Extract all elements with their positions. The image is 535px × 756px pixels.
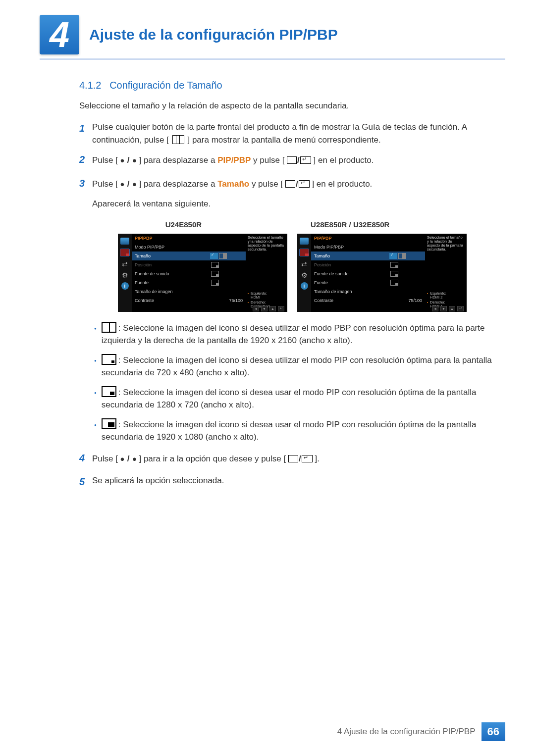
help-left-sub: HDMI [251,295,260,300]
nav-down-icon: ▼ [440,306,447,311]
slash-icon: / [127,155,130,165]
osd-row-position: Posición [311,260,425,269]
pip-small-icon [102,354,116,365]
osd-left: ⇄ ⚙ i PIP/PBP Modo PIP/PBP Tamaño Posici… [118,234,287,312]
label: Tamaño de imagen [314,289,389,294]
dot-up-icon: • [120,154,124,167]
page-footer: 4 Ajuste de la configuración PIP/PBP 66 [337,722,505,741]
osd-nav-icons: ◄ ▼ ▲ ↵ [432,306,464,311]
osd-row-imgsize: Tamaño de imagen [311,287,425,296]
enter-button-icon [300,156,311,164]
label: Posición [314,262,389,267]
osd-row-contrast: Contraste75/100 [311,296,425,305]
osd-row-sound: Fuente de sonido [132,269,246,278]
dot-up-icon: • [120,178,124,191]
step-4: 4 Pulse [ • / • ] para ir a la opción qu… [79,451,505,468]
section-title-text: Configuración de Tamaño [109,80,222,91]
label: Contraste [314,298,389,303]
text: y pulse [ [253,155,284,165]
enter-button-icon [299,180,310,188]
model-right: U28E850R / U32E850R [311,220,389,229]
osd-right: ⇄ ⚙ i PIP/PBP Modo PIP/PBP Tamaño Posici… [297,234,467,312]
label: Modo PIP/PBP [135,245,210,250]
rect-button-icon [287,156,297,164]
osd-row-mode: Modo PIP/PBP [311,243,425,252]
size-options-list: ● : Seleccione la imagen del icono si de… [94,322,505,444]
slash-icon: / [299,454,301,463]
dot-up-icon: • [120,453,124,466]
osd-row-imgsize: Tamaño de imagen [132,287,246,296]
step-number: 4 [79,451,92,468]
nav-left-icon: ◄ [432,306,438,311]
menu-button-icon [172,135,184,144]
step-body: Pulse [ • / • ] para desplazarse a Tamañ… [92,176,372,210]
nav-down-icon: ▼ [261,306,268,311]
pip-tab-icon [299,249,309,256]
pos-br-icon [211,271,219,277]
slash-icon: / [127,179,130,189]
section-number: 4.1.2 [79,80,101,91]
osd-title: PIP/PBP [132,234,246,243]
step-2: 2 Pulse [ • / • ] para desplazarse a PIP… [79,152,505,170]
step-number: 2 [79,152,92,170]
bullet-dot-icon: ● [94,326,97,347]
step-body: Se aplicará la opción seleccionada. [92,474,224,489]
size-half-icon [219,253,227,259]
step-number: 3 [79,176,92,210]
nav-enter-icon: ↵ [457,306,464,311]
arrows-tab-icon: ⇄ [120,260,129,267]
chapter-number-badge: 4 [40,15,79,54]
bullet-pip-small: ● : Seleccione la imagen del icono si de… [94,354,505,379]
osd-row-sound: Fuente de sonido [311,269,425,278]
bullet-dot-icon: ● [94,422,97,444]
text: y pulse [ [252,179,283,189]
osd-help-panel: Seleccione el tamaño y la relación de as… [425,234,467,312]
gear-tab-icon: ⚙ [300,271,309,278]
step-body: Pulse [ • / • ] para desplazarse a PIP/P… [92,152,374,170]
text: ] para mostrar la pantalla de menú corre… [187,135,380,145]
step-body: Pulse cualquier botón de la parte fronta… [92,121,505,146]
osd-main: PIP/PBP Modo PIP/PBP Tamaño Posición Fue… [132,234,246,312]
model-labels: U24E850R U28E850R / U32E850R [50,220,505,229]
intro-text: Seleccione el tamaño y la relación de as… [79,101,505,111]
text: ] para ir a la opción que desee y pulse … [139,454,286,463]
label: Fuente [314,280,389,285]
info-tab-icon: i [121,282,129,290]
steps-continued: 4 Pulse [ • / • ] para ir a la opción qu… [79,451,505,489]
dot-down-icon: • [132,154,136,167]
label: Fuente de sonido [135,271,210,276]
osd-row-source: Fuente [132,278,246,287]
bullet-text: : Seleccione la imagen del icono si dese… [102,355,492,378]
step-5: 5 Se aplicará la opción seleccionada. [79,474,505,489]
rect-button-icon [285,180,295,188]
pos-br-icon [390,271,398,277]
pip-tab-icon [120,249,130,256]
step-body: Pulse [ • / • ] para ir a la opción que … [92,451,320,468]
header: 4 Ajuste de la configuración PIP/PBP [40,15,505,60]
highlight-pip-pbp: PIP/PBP [217,155,251,165]
model-left: U24E850R [165,220,202,229]
osd-row-size: Tamaño [132,252,246,260]
text: Pulse [ [92,155,118,165]
check-icon [210,253,218,259]
text: ] en el producto. [314,155,374,165]
pos-br-icon [390,280,398,286]
enter-button-icon [302,455,313,462]
steps-list: 1 Pulse cualquier botón de la parte fron… [79,121,505,210]
osd-main: PIP/PBP Modo PIP/PBP Tamaño Posición Fue… [311,234,425,312]
slash-icon: / [127,454,130,463]
text: ]. [315,454,319,463]
text: ] en el producto. [312,179,372,189]
check-icon [389,253,397,259]
osd-help-panel: Seleccione el tamaño y la relación de as… [246,234,287,312]
section-heading: 4.1.2 Configuración de Tamaño [79,80,505,91]
bullet-text: : Seleccione la imagen del icono si dese… [102,420,477,442]
step-3-after: Aparecerá la ventana siguiente. [92,198,372,210]
slash-icon: / [296,179,298,189]
info-tab-icon: i [301,282,308,290]
pos-br-icon [211,262,219,268]
text: Pulse [ [92,454,118,463]
osd-row-position: Posición [132,260,246,269]
step-1: 1 Pulse cualquier botón de la parte fron… [79,121,505,146]
help-text: Seleccione el tamaño y la relación de as… [427,236,465,252]
